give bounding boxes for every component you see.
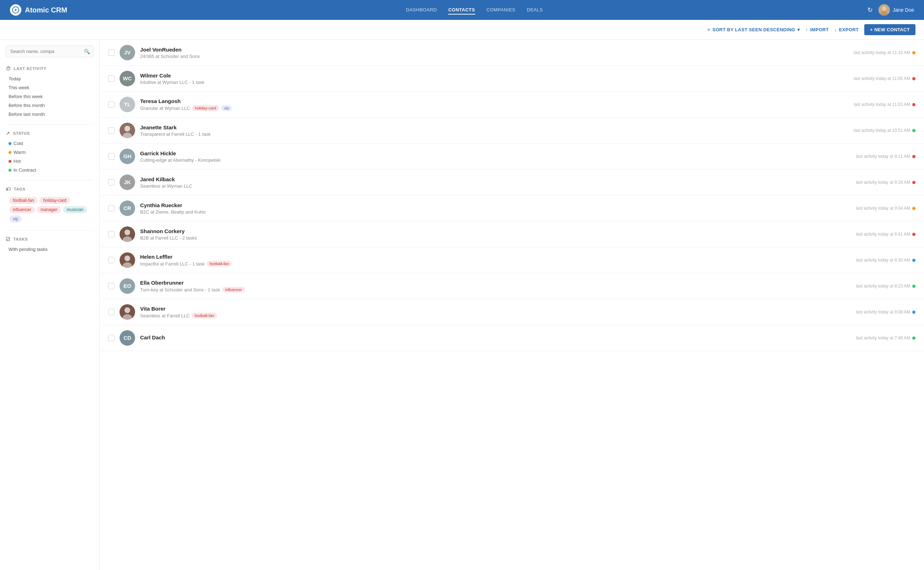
trending-up-icon: ↗	[6, 130, 10, 136]
filter-today[interactable]: Today	[6, 74, 94, 83]
new-contact-button[interactable]: + NEW CONTACT	[864, 24, 915, 35]
filter-hot[interactable]: Hot	[6, 157, 94, 165]
filter-before-last-month[interactable]: Before last month	[6, 110, 94, 119]
contact-checkbox[interactable]	[108, 257, 115, 263]
contact-activity: last activity today at 7:46 AM	[856, 336, 915, 340]
filter-this-week[interactable]: This week	[6, 83, 94, 92]
contact-activity: last activity today at 8:23 AM	[856, 283, 915, 288]
contact-checkbox[interactable]	[108, 49, 115, 56]
tag-football-fan[interactable]: football-fan	[9, 197, 37, 204]
svg-point-20	[125, 230, 130, 235]
filter-cold[interactable]: Cold	[6, 139, 94, 148]
contact-tag[interactable]: influencer	[222, 287, 245, 293]
divider-1	[6, 124, 94, 125]
contact-row[interactable]: WC Wilmer Cole Intuitive at Wyman LLC - …	[100, 66, 924, 92]
contact-row[interactable]: Helen Leffler Impactful at Farrell LLC -…	[100, 247, 924, 273]
contact-name: Garrick Hickle	[140, 150, 851, 156]
search-input[interactable]	[6, 46, 94, 57]
contact-tag[interactable]: holiday-card	[192, 105, 219, 111]
contact-checkbox[interactable]	[108, 153, 115, 159]
contact-row[interactable]: JV Joel VonRueden 24/365 at Schuster and…	[100, 40, 924, 66]
tags-header: 🏷 TAGS	[6, 186, 94, 192]
activity-dot	[912, 129, 915, 132]
contact-tag[interactable]: football-fan	[192, 313, 217, 319]
nav-deals[interactable]: DEALS	[527, 6, 543, 15]
contact-row[interactable]: Shannon Corkery B2B at Farrell LLC - 2 t…	[100, 221, 924, 247]
contact-row[interactable]: CD Carl Dach last activity today at 7:46…	[100, 325, 924, 351]
contact-row[interactable]: Jeanette Stark Transparent at Farrell LL…	[100, 118, 924, 144]
sort-icon: ≡	[707, 27, 710, 32]
contact-detail: B2B at Farrell LLC - 2 tasks	[140, 235, 851, 241]
contact-activity: last activity today at 8:41 AM	[856, 232, 915, 237]
contact-detail: Impactful at Farrell LLC - 1 task footba…	[140, 261, 851, 267]
contact-row[interactable]: GH Garrick Hickle Cutting-edge at Aberna…	[100, 144, 924, 170]
contact-row[interactable]: Vita Borer Seamless at Farrell LLC footb…	[100, 299, 924, 325]
activity-dot	[912, 181, 915, 184]
filter-before-this-month[interactable]: Before this month	[6, 101, 94, 110]
import-icon: ↑	[806, 27, 808, 32]
warm-dot	[9, 151, 11, 154]
contact-checkbox[interactable]	[108, 283, 115, 289]
contact-name: Helen Leffler	[140, 254, 851, 260]
contact-tag[interactable]: vip	[221, 105, 232, 111]
tag-musician[interactable]: musician	[63, 206, 87, 213]
contact-checkbox[interactable]	[108, 179, 115, 185]
refresh-icon[interactable]: ↻	[867, 6, 873, 14]
contact-name: Ella Oberbrunner	[140, 280, 851, 286]
logo-area[interactable]: Atomic CRM	[10, 4, 67, 15]
contact-activity: last activity today at 11:05 AM	[853, 76, 915, 81]
contact-checkbox[interactable]	[108, 101, 115, 108]
contact-avatar	[120, 226, 135, 242]
svg-text:JK: JK	[124, 179, 131, 185]
contact-row[interactable]: EO Ella Oberbrunner Turn-key at Schuster…	[100, 273, 924, 299]
svg-text:CD: CD	[123, 335, 131, 341]
sort-button[interactable]: ≡ SORT BY LAST SEEN DESCENDING ▾	[707, 27, 800, 32]
contact-checkbox[interactable]	[108, 231, 115, 238]
contact-checkbox[interactable]	[108, 309, 115, 315]
contact-detail: 24/365 at Schuster and Sons	[140, 54, 849, 59]
contact-checkbox[interactable]	[108, 335, 115, 341]
import-label: IMPORT	[810, 27, 829, 32]
user-menu[interactable]: Jane Doe	[878, 4, 914, 15]
cold-dot	[9, 142, 11, 145]
filter-before-this-week[interactable]: Before this week	[6, 92, 94, 101]
contact-checkbox[interactable]	[108, 205, 115, 211]
tag-manager[interactable]: manager	[37, 206, 61, 213]
search-box[interactable]: 🔍	[6, 46, 94, 57]
filter-warm[interactable]: Warm	[6, 148, 94, 157]
contact-row[interactable]: JK Jared Kilback Seamless at Wyman LLC l…	[100, 170, 924, 195]
nav-dashboard[interactable]: DASHBOARD	[406, 6, 437, 15]
contact-tag[interactable]: football-fan	[207, 261, 232, 267]
filter-pending-tasks[interactable]: With pending tasks	[6, 245, 94, 254]
contact-info: Shannon Corkery B2B at Farrell LLC - 2 t…	[140, 228, 851, 241]
main-layout: 🔍 ⏱ LAST ACTIVITY Today This week Before…	[0, 40, 924, 570]
contact-detail: B2C at Zieme, Beatty and Kuhic	[140, 209, 851, 215]
tasks-section: ☑ TASKS With pending tasks	[0, 233, 99, 257]
hot-dot	[9, 160, 11, 163]
contact-activity: last activity today at 11:03 AM	[853, 102, 915, 107]
contact-avatar: WC	[120, 71, 135, 86]
svg-point-28	[125, 307, 130, 313]
tag-holiday-card[interactable]: holiday-card	[40, 197, 70, 204]
contact-avatar: JV	[120, 45, 135, 60]
user-name: Jane Doe	[893, 7, 914, 13]
nav-companies[interactable]: COMPANIES	[487, 6, 516, 15]
contact-name: Jeanette Stark	[140, 124, 849, 130]
nav-contacts[interactable]: CONTACTS	[448, 6, 475, 15]
export-button[interactable]: ↓ EXPORT	[834, 27, 859, 32]
contact-info: Cynthia Ruecker B2C at Zieme, Beatty and…	[140, 202, 851, 215]
contact-checkbox[interactable]	[108, 127, 115, 133]
tag-influencer[interactable]: influencer	[9, 206, 35, 213]
contact-row[interactable]: TL Teresa Langosh Granular at Wyman LLC …	[100, 92, 924, 118]
contact-activity: last activity today at 8:30 AM	[856, 257, 915, 263]
tag-vip[interactable]: vip	[9, 215, 22, 222]
contact-checkbox[interactable]	[108, 75, 115, 82]
contact-activity: last activity today at 9:21 AM	[856, 154, 915, 159]
last-activity-header: ⏱ LAST ACTIVITY	[6, 66, 94, 71]
svg-point-23	[125, 256, 130, 261]
filter-in-contract[interactable]: In Contract	[6, 165, 94, 175]
import-button[interactable]: ↑ IMPORT	[806, 27, 829, 32]
sort-chevron-icon: ▾	[797, 27, 800, 32]
contact-row[interactable]: CR Cynthia Ruecker B2C at Zieme, Beatty …	[100, 195, 924, 221]
contact-avatar: JK	[120, 175, 135, 190]
